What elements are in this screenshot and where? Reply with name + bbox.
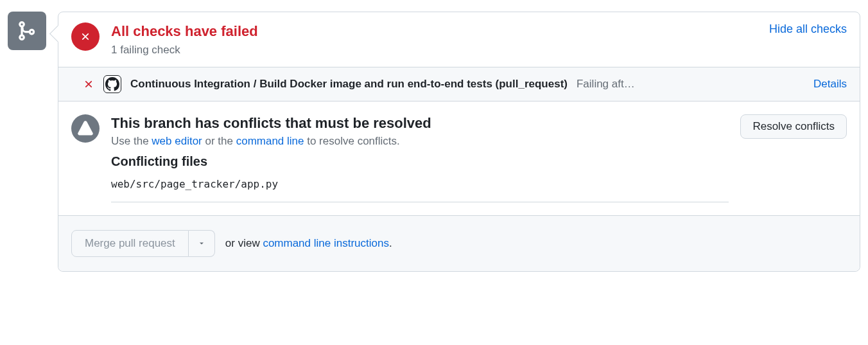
github-icon <box>105 77 119 91</box>
merge-pull-request-button[interactable]: Merge pull request <box>71 230 189 257</box>
caret-down-icon <box>198 240 205 247</box>
command-line-link[interactable]: command line <box>236 135 304 147</box>
footer-period: . <box>389 237 392 249</box>
merge-button-group: Merge pull request <box>71 230 215 257</box>
footer-or-view: or view <box>225 237 263 249</box>
git-merge-icon <box>16 20 38 42</box>
merge-status-card: All checks have failed 1 failing check H… <box>58 12 860 272</box>
conflict-sub-suffix: to resolve conflicts. <box>304 135 400 147</box>
x-icon <box>80 31 91 42</box>
merge-dropdown-button[interactable] <box>189 230 215 257</box>
check-details-link[interactable]: Details <box>813 78 847 91</box>
conflict-section: This branch has conflicts that must be r… <box>58 102 860 216</box>
conflict-sub-prefix: Use the <box>111 135 152 147</box>
check-name: Continuous Integration / Build Docker im… <box>130 78 568 91</box>
x-icon <box>83 78 94 90</box>
conflicting-file-path: web/src/page_tracker/app.py <box>111 178 729 190</box>
timeline-merge-badge <box>8 12 46 50</box>
check-fail-icon <box>83 78 94 90</box>
merge-footer: Merge pull request or view command line … <box>58 215 860 271</box>
hide-checks-link[interactable]: Hide all checks <box>769 22 847 36</box>
github-actions-avatar <box>103 75 121 93</box>
status-fail-icon <box>71 22 100 51</box>
conflict-subtitle: Use the web editor or the command line t… <box>111 135 729 148</box>
divider <box>111 202 729 202</box>
checks-subtitle: 1 failing check <box>111 44 758 57</box>
check-item-row: Continuous Integration / Build Docker im… <box>58 67 860 102</box>
checks-summary-section: All checks have failed 1 failing check H… <box>58 12 860 67</box>
web-editor-link[interactable]: web editor <box>152 135 202 147</box>
resolve-conflicts-button[interactable]: Resolve conflicts <box>740 114 847 139</box>
check-status: Failing aft… <box>577 78 647 91</box>
alert-icon <box>78 121 93 136</box>
cli-instructions-link[interactable]: command line instructions <box>263 237 389 249</box>
conflict-warn-icon <box>71 114 100 143</box>
conflicting-files-title: Conflicting files <box>111 154 729 169</box>
conflict-title: This branch has conflicts that must be r… <box>111 114 729 133</box>
conflict-sub-middle: or the <box>202 135 236 147</box>
footer-text: or view command line instructions. <box>225 237 392 250</box>
checks-title: All checks have failed <box>111 22 758 41</box>
